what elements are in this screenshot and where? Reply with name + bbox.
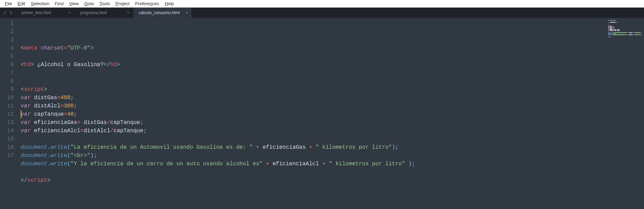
token-txt	[306, 144, 309, 150]
minimap-line	[608, 35, 642, 36]
minimap-line	[608, 32, 642, 33]
token-txt	[253, 144, 256, 150]
tab-label: calculo_consumo.html	[139, 10, 180, 15]
line-number: 11	[0, 102, 14, 110]
token-op: =	[64, 111, 67, 117]
code-line[interactable]: document.write("Y la eficiencia de un ca…	[21, 160, 606, 168]
nav-back-icon[interactable]	[3, 10, 7, 15]
close-icon[interactable]: ×	[186, 10, 188, 15]
code-line[interactable]: document.write("<br>");	[21, 151, 606, 160]
token-fn: write	[50, 161, 67, 167]
minimap-line	[608, 36, 642, 37]
code-line[interactable]: var eficienciaAlcl=distAlcl/capTanque;	[21, 127, 606, 135]
code-line[interactable]: <script>	[21, 85, 606, 94]
code-line[interactable]: var distGas=480;	[21, 94, 606, 102]
text-cursor	[21, 110, 21, 118]
code-line[interactable]: <meta charset="UTF-8">	[21, 44, 606, 52]
minimap-line	[608, 23, 642, 24]
nav-forward-icon[interactable]	[9, 10, 12, 15]
line-number: 10	[0, 94, 14, 102]
token-p: .	[47, 153, 51, 159]
token-id: eficienciaGas	[34, 119, 77, 126]
line-number: 12	[0, 110, 14, 118]
code-line[interactable]: <h3> ¿Alcohol o Gasolina?</h3>	[21, 61, 606, 69]
tab-label: programa.html	[80, 10, 107, 15]
code-area[interactable]: <meta charset="UTF-8"><h3> ¿Alcohol o Ga…	[17, 18, 606, 209]
minimap-line	[608, 26, 642, 27]
code-line[interactable]	[21, 52, 606, 61]
token-kw: var	[21, 95, 31, 101]
menu-project[interactable]: Project	[113, 0, 132, 7]
token-txt	[31, 103, 34, 109]
token-str: "La eficiencia de un Automovil usando Ga…	[70, 144, 253, 150]
token-p: ;	[70, 95, 74, 101]
code-line[interactable]: var capTanque=40;	[21, 110, 606, 118]
menu-goto[interactable]: Goto	[81, 0, 97, 7]
token-obj: document	[21, 144, 47, 150]
code-line[interactable]	[21, 69, 606, 77]
gutter: 1234567891011121314151617	[0, 18, 17, 209]
token-p: ;	[143, 128, 147, 134]
token-kw: var	[21, 119, 31, 126]
minimap[interactable]	[606, 18, 644, 209]
token-p: .	[47, 144, 51, 150]
line-number: 7	[0, 69, 14, 77]
token-txt: ¿Alcohol o Gasolina?	[34, 62, 104, 68]
token-kw: var	[21, 128, 31, 134]
token-txt	[31, 128, 34, 134]
token-id: distAlcl	[34, 103, 60, 109]
token-p: >	[31, 62, 34, 68]
line-number: 16	[0, 143, 14, 151]
menu-selection[interactable]: Selection	[28, 0, 52, 7]
code-line[interactable]: var eficienciaGas= distGas/capTanque;	[21, 118, 606, 127]
token-p: </	[21, 177, 27, 184]
token-id: eficienciaAlcl	[273, 161, 319, 167]
code-line[interactable]: var distAlcl=300;	[21, 102, 606, 110]
code-line[interactable]	[21, 77, 606, 85]
token-str: "Y la eficiencia de un carro de un auto …	[70, 161, 263, 167]
menu-edit[interactable]: Edit	[15, 0, 28, 7]
token-str: "UTF-8"	[67, 45, 90, 51]
minimap-line	[608, 33, 642, 34]
token-id: eficienciaGas	[263, 144, 306, 150]
token-id: distGas	[34, 95, 57, 101]
token-str: " kilometros por litro"	[316, 144, 392, 150]
tab-primer_test-html[interactable]: primer_test.html×	[16, 8, 75, 18]
token-obj: document	[21, 161, 47, 167]
menu-help[interactable]: Help	[162, 0, 177, 7]
token-kw: var	[21, 111, 31, 117]
line-number: 15	[0, 135, 14, 143]
token-p: .	[47, 161, 51, 167]
menu-tools[interactable]: Tools	[97, 0, 113, 7]
code-line[interactable]	[21, 168, 606, 176]
line-number: 2	[0, 28, 14, 36]
close-icon[interactable]: ×	[127, 10, 129, 15]
tab-programa-html[interactable]: programa.html×	[75, 8, 133, 18]
editor[interactable]: 1234567891011121314151617 <meta charset=…	[0, 18, 644, 209]
menu-preferences[interactable]: Preferences	[132, 0, 162, 7]
token-p: >	[117, 62, 120, 68]
minimap-line	[608, 24, 642, 25]
token-p: >	[44, 86, 47, 93]
code-line[interactable]: document.write("La eficiencia de un Auto…	[21, 143, 606, 151]
close-icon[interactable]: ×	[68, 10, 71, 15]
menu-file[interactable]: File	[2, 0, 15, 7]
token-fn: write	[50, 144, 67, 150]
token-num: 300	[64, 103, 74, 109]
token-str: "<br>"	[70, 153, 90, 159]
token-sym: +	[256, 144, 260, 150]
menu-find[interactable]: Find	[52, 0, 66, 7]
token-p: <	[21, 62, 24, 68]
token-tag: meta	[24, 45, 37, 51]
token-p: ;	[74, 111, 77, 117]
token-str: " kilometros por litro"	[329, 161, 405, 167]
token-id: distAlcl	[84, 128, 110, 134]
menu-view[interactable]: View	[66, 0, 81, 7]
line-number: 8	[0, 77, 14, 85]
tab-calculo_consumo-html[interactable]: calculo_consumo.html×	[133, 8, 192, 18]
token-num: 480	[60, 95, 70, 101]
token-tag: script	[24, 86, 44, 93]
code-line[interactable]	[21, 135, 606, 143]
code-line[interactable]: </script>	[21, 176, 606, 185]
menubar: FileEditSelectionFindViewGotoToolsProjec…	[0, 0, 644, 8]
